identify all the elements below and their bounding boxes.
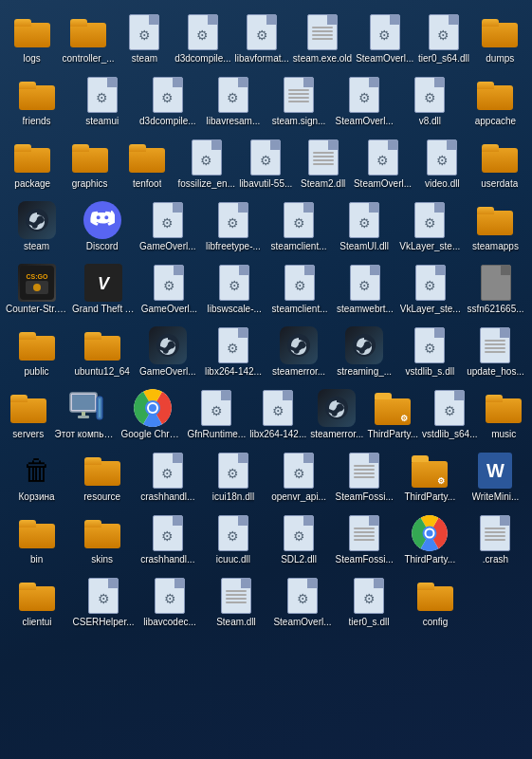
file-icon: ⚙	[218, 202, 248, 238]
icon-label-tier0_sdll: tier0_s.dll	[349, 617, 390, 628]
icon-item-crashhandl2[interactable]: ⚙crashhandl...	[135, 510, 200, 569]
icon-item-steamoverl3[interactable]: ⚙SteamOverl...	[352, 135, 413, 194]
icon-item-writemini[interactable]: WWriteMini...	[463, 448, 528, 507]
icon-item-steamclient2[interactable]: ⚙steamclient...	[267, 260, 333, 319]
folder-icon	[19, 581, 55, 611]
icon-item-logs[interactable]: logs	[4, 9, 60, 68]
icon-item-public[interactable]: public	[4, 323, 69, 381]
icon-item-gameoverl3[interactable]: GameOverl...	[135, 323, 200, 381]
icon-item-config[interactable]: config	[402, 573, 468, 632]
icon-item-d3dcompile1[interactable]: ⚙d3dcompile...	[173, 9, 232, 68]
file-icon: ⚙	[87, 77, 118, 113]
icon-item-gfnruntime[interactable]: ⚙GfnRuntime...	[186, 385, 248, 444]
icon-item-libx264_142[interactable]: ⚙libx264-142...	[200, 323, 266, 381]
icon-item-sdl2[interactable]: ⚙SDL2.dll	[266, 510, 332, 569]
icon-item-libfreetype[interactable]: ⚙libfreetype-...	[200, 197, 266, 256]
file-icon	[349, 515, 379, 551]
icon-item-steam[interactable]: ⚙steam	[117, 9, 173, 68]
icon-item-steamapps[interactable]: steamapps	[463, 197, 528, 256]
icon-item-cserhelper[interactable]: ⚙CSERHelper...	[70, 573, 137, 632]
icon-item-steam_sign[interactable]: steam.sign...	[266, 72, 332, 131]
icon-item-steamerror1[interactable]: steamerror...	[266, 323, 332, 381]
icon-item-thirdparty3[interactable]: ThirdParty...	[397, 510, 463, 569]
icon-item-discord[interactable]: Discord	[69, 197, 135, 256]
icon-item-package[interactable]: package	[4, 135, 61, 194]
icon-item-steamwebrtr[interactable]: ⚙steamwebrt...	[332, 260, 397, 319]
icon-item-steamfossi1[interactable]: SteamFossi...	[332, 448, 397, 507]
file-icon: ⚙	[368, 139, 398, 176]
icon-item-libavutil[interactable]: ⚙libavutil-55...	[237, 135, 294, 194]
icon-item-libx264_142b[interactable]: ⚙libx264-142...	[248, 385, 308, 444]
icon-item-videodll[interactable]: ⚙video.dll	[413, 135, 470, 194]
icon-item-vstdlib_s64[interactable]: ⚙vstdlib_s64...	[420, 385, 479, 444]
ssfn-file-icon	[481, 265, 511, 301]
file-icon	[308, 139, 339, 176]
icon-label-d3dcompile1: d3dcompile...	[174, 53, 230, 65]
icon-item-tenfoot[interactable]: tenfoot	[119, 135, 175, 194]
icon-item-icuuc[interactable]: ⚙icuuc.dll	[200, 510, 266, 569]
icon-item-gtav[interactable]: VGrand Theft Auto V	[70, 260, 137, 319]
icon-item-libavresam[interactable]: ⚙libavresam...	[200, 72, 266, 131]
icon-item-ubuntu12_64[interactable]: ubuntu12_64	[69, 323, 135, 381]
icon-item-thirdparty1[interactable]: ⚙ThirdParty...	[365, 385, 420, 444]
svg-text:V: V	[98, 274, 111, 293]
icon-item-thirdparty2[interactable]: ⚙ThirdParty...	[397, 448, 463, 507]
icon-item-tier0_s64[interactable]: ⚙tier0_s64.dll	[415, 9, 471, 68]
icon-item-steam2dll[interactable]: Steam2.dll	[294, 135, 351, 194]
folder-icon	[19, 518, 55, 548]
icon-item-libavformat[interactable]: ⚙libavformat...	[233, 9, 291, 68]
icon-item-resource[interactable]: resource	[69, 448, 135, 507]
icon-item-update_host[interactable]: update_hos...	[463, 323, 528, 381]
icon-item-libavcodec[interactable]: ⚙libavcodec...	[137, 573, 203, 632]
icon-item-korzina[interactable]: 🗑Корзина	[4, 448, 69, 507]
icon-item-vklayer_ste2[interactable]: ⚙VkLayer_ste...	[397, 260, 463, 319]
icon-item-ssfn[interactable]: ssfn621665...	[463, 260, 528, 319]
icon-item-v8dll[interactable]: ⚙v8.dll	[397, 72, 463, 131]
icon-item-graphics[interactable]: graphics	[61, 135, 118, 194]
icon-item-gameoverl1[interactable]: ⚙GameOverl...	[135, 197, 200, 256]
icon-item-libswscale[interactable]: ⚙libswscale-...	[202, 260, 267, 319]
icon-item-skins[interactable]: skins	[69, 510, 135, 569]
icon-item-friends[interactable]: friends	[4, 72, 69, 131]
gear-icon: ⚙	[98, 591, 110, 606]
icon-item-fossilize_en[interactable]: ⚙fossilize_en...	[175, 135, 237, 194]
icon-item-vstdlib_sdll[interactable]: ⚙vstdlib_s.dll	[397, 323, 463, 381]
icon-item-steamoverl1[interactable]: ⚙SteamOverl...	[354, 9, 415, 68]
icon-item-vklayer_ste1[interactable]: ⚙VkLayer_ste...	[397, 197, 463, 256]
icon-item-appcache[interactable]: appcache	[463, 72, 528, 131]
icon-item-steamerror2[interactable]: steamerror...	[308, 385, 365, 444]
icon-item-steamoverl2[interactable]: ⚙SteamOverl...	[332, 72, 397, 131]
icon-item-openvr_api[interactable]: ⚙openvr_api...	[266, 448, 332, 507]
icon-item-chrome[interactable]: Google Chrome	[119, 385, 186, 444]
icon-item-dumps[interactable]: dumps	[472, 9, 528, 68]
icon-item-steamui[interactable]: ⚙steamui	[69, 72, 135, 131]
icon-row-9: clientui⚙CSERHelper...⚙libavcodec...Stea…	[4, 571, 528, 634]
icon-item-steam_exe_old[interactable]: steam.exe.old	[291, 9, 354, 68]
icon-item-steamclient1[interactable]: ⚙steamclient...	[266, 197, 332, 256]
icon-item-crash[interactable]: .crash	[463, 510, 528, 569]
gear-icon: ⚙	[424, 341, 436, 356]
icon-item-userdata[interactable]: userdata	[471, 135, 528, 194]
icon-item-crashhandl1[interactable]: ⚙crashhandl...	[135, 448, 200, 507]
icon-item-tier0_sdll[interactable]: ⚙tier0_s.dll	[336, 573, 402, 632]
icon-item-servers[interactable]: servers	[4, 385, 53, 444]
icon-item-streaming[interactable]: streaming_...	[332, 323, 397, 381]
icon-item-steamui_dll[interactable]: ⚙SteamUI.dll	[332, 197, 397, 256]
icon-item-bin[interactable]: bin	[4, 510, 69, 569]
icon-item-steamfossi2[interactable]: SteamFossi...	[332, 510, 397, 569]
gear-icon: ⚙	[358, 215, 371, 231]
icon-item-gameoverl2[interactable]: ⚙GameOverl...	[137, 260, 202, 319]
icon-item-controller[interactable]: controller_...	[60, 9, 116, 68]
icon-item-steamoverl4[interactable]: ⚙SteamOverl...	[269, 573, 336, 632]
icon-item-d3dcompile2[interactable]: ⚙d3dcompile...	[135, 72, 200, 131]
icon-item-music[interactable]: music	[479, 385, 528, 444]
icon-item-steam_dll[interactable]: Steam.dll	[203, 573, 269, 632]
icon-label-tier0_s64: tier0_s64.dll	[418, 53, 469, 65]
icon-item-icui18n[interactable]: ⚙icui18n.dll	[200, 448, 266, 507]
icon-label-libx264_142: libx264-142...	[205, 366, 262, 378]
icon-item-csgo[interactable]: CS:GOCounter-Str... Global Offe...	[4, 260, 70, 319]
icon-item-clientui[interactable]: clientui	[4, 573, 70, 632]
icon-item-etot_comp[interactable]: Этот компьютер	[53, 385, 119, 444]
icon-item-steam_app[interactable]: steam	[4, 197, 69, 256]
icon-label-chrome: Google Chrome	[121, 429, 184, 440]
